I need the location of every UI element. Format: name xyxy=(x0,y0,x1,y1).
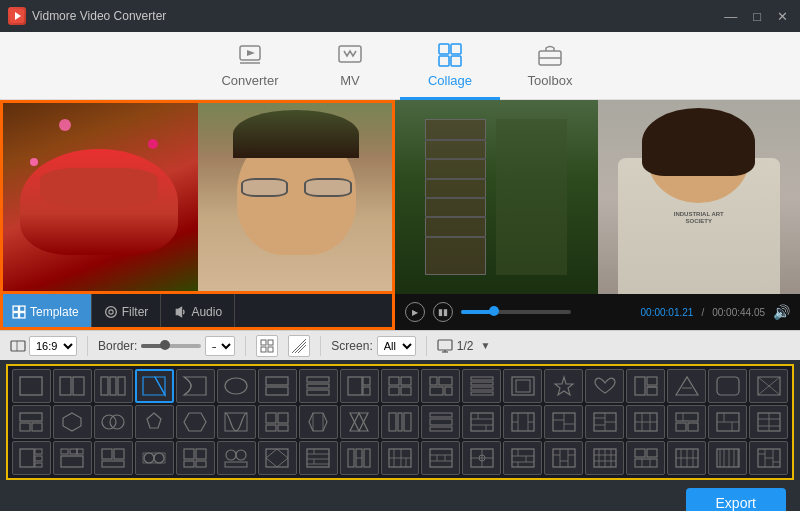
template-cell-3[interactable] xyxy=(94,369,133,403)
template-cell-47[interactable] xyxy=(340,441,379,475)
border-slider[interactable] xyxy=(141,344,201,348)
template-cell-30[interactable] xyxy=(421,405,460,439)
svg-rect-44 xyxy=(307,390,329,395)
template-cell-11[interactable] xyxy=(421,369,460,403)
template-cell-39[interactable] xyxy=(12,441,51,475)
template-cell-41[interactable] xyxy=(94,441,133,475)
template-cell-24[interactable] xyxy=(176,405,215,439)
tab-template[interactable]: Template xyxy=(0,294,92,330)
template-cell-20[interactable] xyxy=(12,405,51,439)
minimize-icon[interactable]: — xyxy=(720,7,741,26)
progress-bar[interactable] xyxy=(461,310,571,314)
svg-point-138 xyxy=(154,453,164,463)
template-cell-50[interactable] xyxy=(462,441,501,475)
svg-rect-58 xyxy=(471,387,493,390)
svg-rect-36 xyxy=(118,377,125,395)
template-cell-8[interactable] xyxy=(299,369,338,403)
svg-rect-86 xyxy=(398,413,402,431)
screen-select[interactable]: All 1 2 xyxy=(377,336,416,356)
nav-collage[interactable]: Collage xyxy=(400,32,500,100)
window-controls[interactable]: — □ ✕ xyxy=(720,7,792,26)
template-cell-37[interactable] xyxy=(708,405,747,439)
template-cell-52[interactable] xyxy=(544,441,583,475)
template-cell-1[interactable] xyxy=(12,369,51,403)
template-cell-2[interactable] xyxy=(53,369,92,403)
template-cell-23[interactable] xyxy=(135,405,174,439)
template-cell-35[interactable] xyxy=(626,405,665,439)
template-cell-27[interactable] xyxy=(299,405,338,439)
template-cell-49[interactable] xyxy=(421,441,460,475)
svg-rect-89 xyxy=(430,419,452,425)
template-cell-56[interactable] xyxy=(708,441,747,475)
export-button[interactable]: Export xyxy=(686,488,786,511)
divider-1 xyxy=(87,336,88,356)
play-button[interactable]: ▶ xyxy=(405,302,425,322)
right-video-panel: INDUSTRIAL ARTSOCIETY ▶ ▮▮ 00:00:01.21 /… xyxy=(395,100,800,330)
template-cell-45[interactable] xyxy=(258,441,297,475)
template-cell-22[interactable] xyxy=(94,405,133,439)
template-cell-40[interactable] xyxy=(53,441,92,475)
template-cell-33[interactable] xyxy=(544,405,583,439)
grid-icon-btn[interactable] xyxy=(256,335,278,357)
svg-rect-19 xyxy=(11,341,25,351)
svg-rect-48 xyxy=(389,377,399,385)
nav-toolbox[interactable]: Toolbox xyxy=(500,32,600,100)
stop-button[interactable]: ▮▮ xyxy=(433,302,453,322)
nav-converter[interactable]: Converter xyxy=(200,32,300,100)
template-cell-48[interactable] xyxy=(381,441,420,475)
template-cell-51[interactable] xyxy=(503,441,542,475)
template-cell-54[interactable] xyxy=(626,441,665,475)
divider-4 xyxy=(426,336,427,356)
template-cell-6[interactable] xyxy=(217,369,256,403)
svg-rect-181 xyxy=(553,449,575,467)
template-cell-18[interactable] xyxy=(708,369,747,403)
svg-rect-35 xyxy=(110,377,116,395)
template-cell-9[interactable] xyxy=(340,369,379,403)
aspect-ratio-select[interactable]: 16:9 4:3 1:1 9:16 xyxy=(29,336,77,356)
template-cell-4[interactable] xyxy=(135,369,174,403)
template-cell-10[interactable] xyxy=(381,369,420,403)
svg-rect-15 xyxy=(20,313,25,318)
template-cell-36[interactable] xyxy=(667,405,706,439)
volume-icon[interactable]: 🔊 xyxy=(773,304,790,320)
template-icon xyxy=(12,305,26,319)
template-cell-14[interactable] xyxy=(544,369,583,403)
template-cell-28[interactable] xyxy=(340,405,379,439)
template-cell-53[interactable] xyxy=(585,441,624,475)
template-cell-17[interactable] xyxy=(667,369,706,403)
template-cell-19[interactable] xyxy=(749,369,788,403)
border-style-select[interactable]: — xyxy=(205,336,235,356)
lines-icon-btn[interactable] xyxy=(288,335,310,357)
template-cell-5[interactable] xyxy=(176,369,215,403)
template-cell-46[interactable] xyxy=(299,441,338,475)
template-cell-31[interactable] xyxy=(462,405,501,439)
template-cell-43[interactable] xyxy=(176,441,215,475)
template-cell-26[interactable] xyxy=(258,405,297,439)
template-cell-42[interactable] xyxy=(135,441,174,475)
tab-filter-label: Filter xyxy=(122,305,149,319)
template-cell-44[interactable] xyxy=(217,441,256,475)
svg-rect-47 xyxy=(363,387,370,395)
template-cell-57[interactable] xyxy=(749,441,788,475)
tab-audio[interactable]: Audio xyxy=(161,294,235,330)
template-cell-12[interactable] xyxy=(462,369,501,403)
page-dropdown[interactable]: ▼ xyxy=(477,338,493,354)
template-cell-32[interactable] xyxy=(503,405,542,439)
template-cell-16[interactable] xyxy=(626,369,665,403)
restore-icon[interactable]: □ xyxy=(749,7,765,26)
template-cell-29[interactable] xyxy=(381,405,420,439)
template-cell-38[interactable] xyxy=(749,405,788,439)
tab-filter[interactable]: Filter xyxy=(92,294,162,330)
svg-rect-28 xyxy=(438,340,452,350)
template-cell-21[interactable] xyxy=(53,405,92,439)
template-cell-55[interactable] xyxy=(667,441,706,475)
template-cell-13[interactable] xyxy=(503,369,542,403)
nav-mv[interactable]: MV xyxy=(300,32,400,100)
template-cell-15[interactable] xyxy=(585,369,624,403)
close-icon[interactable]: ✕ xyxy=(773,7,792,26)
template-cell-34[interactable] xyxy=(585,405,624,439)
template-cell-25[interactable] xyxy=(217,405,256,439)
svg-rect-23 xyxy=(261,347,266,352)
svg-rect-90 xyxy=(430,427,452,431)
template-cell-7[interactable] xyxy=(258,369,297,403)
